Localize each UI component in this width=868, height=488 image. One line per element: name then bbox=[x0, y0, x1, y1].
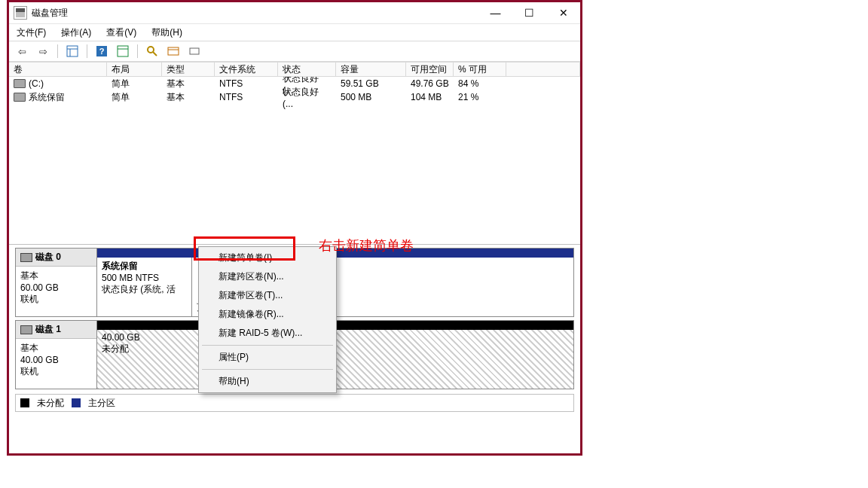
disk-size: 60.00 GB bbox=[20, 282, 92, 293]
col-volume[interactable]: 卷 bbox=[9, 62, 107, 77]
disk-size: 40.00 GB bbox=[20, 355, 92, 365]
table-row[interactable]: 系统保留 简单 基本 NTFS 状态良好 (... 500 MB 104 MB … bbox=[9, 90, 580, 104]
col-fs[interactable]: 文件系统 bbox=[215, 62, 278, 77]
window-title: 磁盘管理 bbox=[32, 7, 68, 20]
menubar: 文件(F) 操作(A) 查看(V) 帮助(H) bbox=[9, 24, 580, 41]
partition-detail: 500 MB NTFS bbox=[102, 273, 187, 283]
disk-icon bbox=[20, 325, 32, 334]
context-item-new-simple-volume[interactable]: 新建简单卷(I)... bbox=[200, 249, 335, 267]
col-status[interactable]: 状态 bbox=[278, 62, 336, 77]
context-item-new-raid5-volume[interactable]: 新建 RAID-5 卷(W)... bbox=[200, 324, 335, 343]
cell-layout: 简单 bbox=[107, 90, 162, 105]
action-icon[interactable] bbox=[186, 43, 203, 59]
disk-status: 联机 bbox=[20, 293, 92, 306]
svg-line-8 bbox=[153, 52, 157, 56]
context-item-new-striped-volume[interactable]: 新建带区卷(T)... bbox=[200, 286, 335, 305]
menu-action[interactable]: 操作(A) bbox=[58, 25, 94, 41]
context-item-new-spanned-volume[interactable]: 新建跨区卷(N)... bbox=[200, 267, 335, 286]
cell-capacity: 59.51 GB bbox=[336, 78, 406, 90]
disk-info: 磁盘 0 基本 60.00 GB 联机 bbox=[16, 249, 97, 316]
legend-label-unallocated: 未分配 bbox=[37, 397, 64, 410]
context-menu: 新建简单卷(I)... 新建跨区卷(N)... 新建带区卷(T)... 新建镜像… bbox=[198, 246, 337, 393]
svg-rect-0 bbox=[67, 46, 78, 56]
legend: 未分配 主分区 bbox=[15, 394, 574, 412]
partition[interactable]: 系统保留 500 MB NTFS 状态良好 (系统, 活 bbox=[97, 258, 192, 316]
svg-rect-9 bbox=[168, 47, 179, 55]
col-type[interactable]: 类型 bbox=[162, 62, 215, 77]
help-icon[interactable]: ? bbox=[93, 43, 110, 59]
volume-icon bbox=[14, 93, 26, 102]
context-item-help[interactable]: 帮助(H) bbox=[200, 372, 335, 391]
col-capacity[interactable]: 容量 bbox=[336, 62, 406, 77]
partition-title: 系统保留 bbox=[102, 260, 187, 273]
col-pctfree[interactable]: % 可用 bbox=[454, 62, 506, 77]
refresh-icon[interactable] bbox=[144, 43, 160, 59]
back-icon[interactable]: ⇦ bbox=[14, 43, 30, 59]
cell-type: 基本 bbox=[162, 90, 215, 105]
cell-layout: 简单 bbox=[107, 77, 162, 91]
cell-fs: NTFS bbox=[215, 78, 278, 90]
legend-swatch-primary bbox=[72, 398, 81, 407]
settings-icon[interactable] bbox=[115, 43, 131, 59]
app-icon bbox=[14, 6, 27, 20]
cell-status: 状态良好 (... bbox=[278, 85, 336, 110]
col-spacer bbox=[506, 62, 580, 77]
cell-free: 49.76 GB bbox=[406, 78, 454, 90]
disk-status: 联机 bbox=[20, 365, 92, 378]
disk-icon bbox=[20, 253, 32, 262]
menu-file[interactable]: 文件(F) bbox=[14, 25, 49, 41]
svg-text:?: ? bbox=[99, 47, 105, 56]
disk-type: 基本 bbox=[20, 270, 92, 282]
col-layout[interactable]: 布局 bbox=[107, 62, 162, 77]
disk-info: 磁盘 1 基本 40.00 GB 联机 bbox=[16, 321, 97, 389]
volume-table-header: 卷 布局 类型 文件系统 状态 容量 可用空间 % 可用 bbox=[9, 62, 580, 77]
legend-swatch-unallocated bbox=[20, 398, 29, 407]
menu-help[interactable]: 帮助(H) bbox=[148, 25, 185, 41]
svg-rect-11 bbox=[190, 48, 199, 54]
partition-status: 状态良好 (系统, 活 bbox=[102, 283, 187, 296]
legend-label-primary: 主分区 bbox=[88, 397, 115, 410]
toolbar: ⇦ ⇨ ? bbox=[9, 41, 580, 62]
cell-volume: 系统保留 bbox=[29, 91, 65, 104]
view-icon[interactable] bbox=[64, 43, 81, 59]
list-icon[interactable] bbox=[165, 43, 182, 59]
cell-pctfree: 21 % bbox=[454, 91, 506, 103]
col-free[interactable]: 可用空间 bbox=[406, 62, 454, 77]
disk-type: 基本 bbox=[20, 342, 92, 355]
forward-icon[interactable]: ⇨ bbox=[35, 43, 51, 59]
minimize-button[interactable]: — bbox=[478, 2, 512, 23]
disk-name: 磁盘 0 bbox=[35, 251, 61, 264]
volume-table: 卷 布局 类型 文件系统 状态 容量 可用空间 % 可用 (C:) 简单 基本 … bbox=[9, 62, 580, 245]
cell-type: 基本 bbox=[162, 77, 215, 91]
cell-free: 104 MB bbox=[406, 91, 454, 103]
context-separator bbox=[202, 345, 333, 346]
close-button[interactable]: ✕ bbox=[546, 2, 580, 23]
context-item-new-mirror-volume[interactable]: 新建镜像卷(R)... bbox=[200, 305, 335, 324]
volume-icon bbox=[14, 79, 26, 88]
menu-view[interactable]: 查看(V) bbox=[103, 25, 139, 41]
titlebar: 磁盘管理 — ☐ ✕ bbox=[9, 2, 580, 24]
context-separator bbox=[202, 369, 333, 370]
svg-rect-5 bbox=[118, 46, 128, 56]
context-item-properties[interactable]: 属性(P) bbox=[200, 348, 335, 367]
cell-pctfree: 84 % bbox=[454, 78, 506, 90]
cell-capacity: 500 MB bbox=[336, 91, 406, 103]
svg-point-7 bbox=[148, 47, 154, 53]
maximize-button[interactable]: ☐ bbox=[512, 2, 546, 23]
disk-name: 磁盘 1 bbox=[35, 323, 61, 336]
cell-volume: (C:) bbox=[29, 78, 44, 89]
cell-fs: NTFS bbox=[215, 91, 278, 103]
